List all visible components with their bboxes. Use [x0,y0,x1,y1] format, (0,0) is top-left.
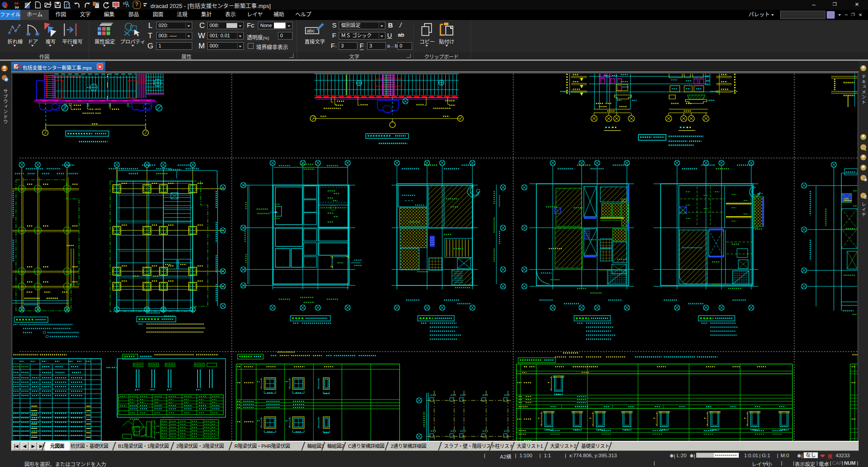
svg-text:abc: abc [307,28,315,33]
